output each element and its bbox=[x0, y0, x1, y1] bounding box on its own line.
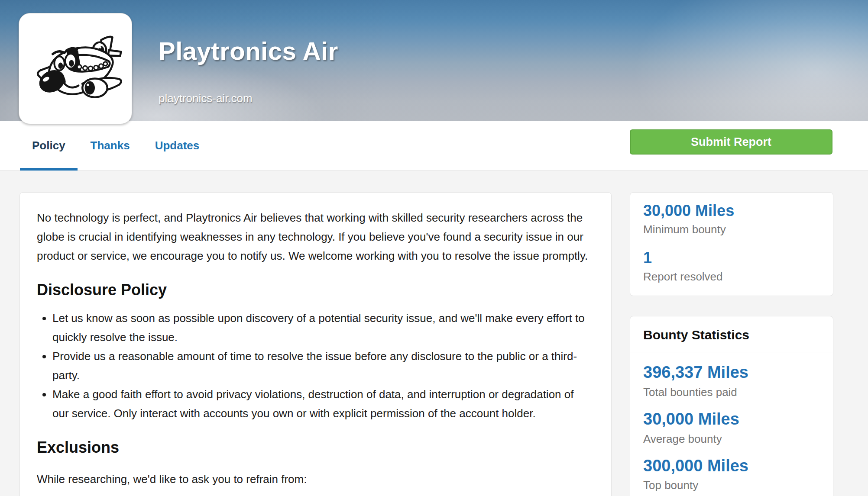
minimum-bounty-stat: 30,000 Miles Minimum bounty bbox=[643, 201, 820, 236]
stat-label: Top bounty bbox=[643, 479, 820, 492]
policy-content-card: No technology is perfect, and Playtronic… bbox=[19, 192, 612, 496]
list-item: Provide us a reasonable amount of time t… bbox=[52, 347, 592, 385]
top-bounty-stat: 300,000 Miles Top bounty bbox=[643, 456, 820, 493]
submit-report-button[interactable]: Submit Report bbox=[630, 129, 832, 155]
program-title: Playtronics Air bbox=[159, 36, 338, 65]
bounty-statistics-card: Bounty Statistics 396,337 Miles Total bo… bbox=[630, 316, 833, 496]
bounty-statistics-body: 396,337 Miles Total bounties paid 30,000… bbox=[630, 352, 833, 496]
total-bounties-paid-stat: 396,337 Miles Total bounties paid bbox=[643, 363, 820, 399]
tab-thanks[interactable]: Thanks bbox=[78, 121, 143, 170]
stat-label: Report resolved bbox=[643, 270, 820, 283]
tab-policy[interactable]: Policy bbox=[19, 121, 78, 170]
page: Playtronics Air playtronics-air.com Poli… bbox=[0, 0, 868, 496]
cartoon-airplane-icon bbox=[29, 26, 122, 112]
disclosure-policy-heading: Disclosure Policy bbox=[37, 281, 592, 299]
stat-label: Total bounties paid bbox=[643, 386, 820, 399]
list-item: Make a good faith effort to avoid privac… bbox=[52, 385, 592, 423]
tab-bar: Policy Thanks Updates Submit Report bbox=[0, 121, 868, 171]
stat-value: 30,000 Miles bbox=[643, 201, 820, 220]
reports-resolved-stat: 1 Report resolved bbox=[643, 248, 820, 283]
stat-value: 300,000 Miles bbox=[643, 456, 820, 476]
stat-label: Average bounty bbox=[643, 432, 820, 446]
exclusions-heading: Exclusions bbox=[37, 438, 592, 457]
program-domain: playtronics-air.com bbox=[159, 92, 253, 105]
list-item: Let us know as soon as possible upon dis… bbox=[52, 309, 592, 347]
average-bounty-stat: 30,000 Miles Average bounty bbox=[643, 409, 820, 446]
sidebar: 30,000 Miles Minimum bounty 1 Report res… bbox=[630, 192, 833, 496]
tab-updates[interactable]: Updates bbox=[143, 121, 212, 170]
main-content: No technology is perfect, and Playtronic… bbox=[0, 171, 868, 496]
stat-value: 1 bbox=[643, 248, 820, 267]
exclusions-intro-text: While researching, we'd like to ask you … bbox=[37, 470, 592, 489]
program-logo bbox=[19, 13, 132, 124]
stat-label: Minimum bounty bbox=[643, 223, 820, 236]
program-summary-card: 30,000 Miles Minimum bounty 1 Report res… bbox=[630, 192, 833, 296]
stat-value: 396,337 Miles bbox=[643, 363, 820, 383]
policy-intro-text: No technology is perfect, and Playtronic… bbox=[37, 208, 592, 265]
bounty-statistics-title: Bounty Statistics bbox=[630, 316, 833, 352]
program-header: Playtronics Air playtronics-air.com bbox=[0, 0, 868, 121]
disclosure-policy-list: Let us know as soon as possible upon dis… bbox=[37, 309, 592, 423]
stat-value: 30,000 Miles bbox=[643, 409, 820, 429]
